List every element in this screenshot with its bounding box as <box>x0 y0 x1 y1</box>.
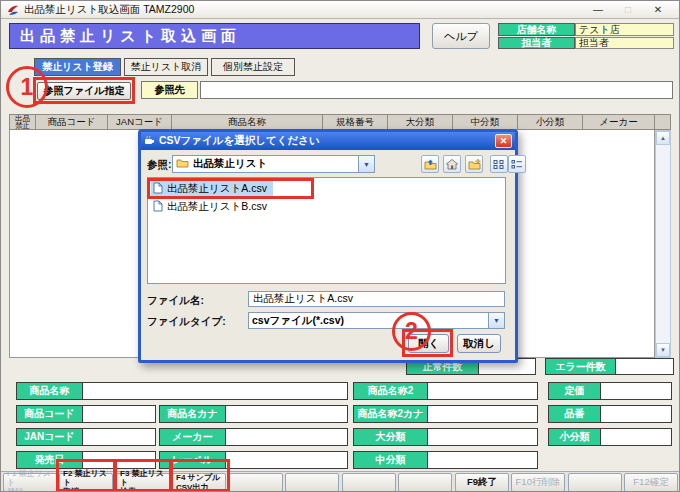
item-number-input[interactable] <box>601 406 671 422</box>
category-small-input[interactable] <box>601 429 671 445</box>
file-name-input[interactable]: 出品禁止リストA.csv <box>248 291 505 307</box>
product-name2-kana-input[interactable] <box>428 406 537 422</box>
scroll-down-icon[interactable]: ▼ <box>656 343 670 357</box>
help-button[interactable]: ヘルプ <box>432 23 490 49</box>
product-name-input[interactable] <box>83 383 347 399</box>
dialog-title: CSVファイルを選択してください <box>159 134 320 148</box>
window-title: 出品禁止リスト取込画面 TAMZ2900 <box>24 3 194 17</box>
file-type-value: csvファイル(*.csv) <box>252 314 344 328</box>
maker-input[interactable] <box>226 429 347 445</box>
price-input[interactable] <box>601 383 671 399</box>
f12-confirm-button: F12確定 <box>624 473 678 492</box>
dialog-close-icon[interactable]: ✕ <box>495 134 512 148</box>
annotation-file-a-rect <box>147 178 314 199</box>
table-scrollbar[interactable]: ▲ ▼ <box>655 130 671 358</box>
f10-delete-row-button: F10行削除 <box>511 473 565 492</box>
file-type-combobox[interactable]: csvファイル(*.csv) ▼ <box>248 312 505 329</box>
annotation-f3-rect <box>113 459 173 492</box>
product-name-group: 商品名称 <box>16 382 348 400</box>
f9-exit-button[interactable]: F9終了 <box>455 473 509 492</box>
details-view-icon[interactable] <box>508 155 526 173</box>
price-label: 定価 <box>549 383 601 399</box>
product-name2-input[interactable] <box>428 383 537 399</box>
maker-group: メーカー <box>159 428 348 446</box>
product-code-group: 商品コード <box>16 405 156 423</box>
reference-path-label: 参照先 <box>141 81 198 99</box>
file-item-csv-b[interactable]: 出品禁止リストB.csv <box>151 198 273 216</box>
item-number-group: 品番 <box>548 405 672 423</box>
category-small-label: 小分類 <box>549 429 601 445</box>
dialog-titlebar: CSVファイルを選択してください ✕ <box>141 132 515 150</box>
window-controls: — □ ✕ <box>591 4 673 15</box>
product-kana-label: 商品名カナ <box>160 406 226 422</box>
fkey-empty-button <box>342 473 396 492</box>
product-name2-kana-label: 商品名称2カナ <box>354 406 428 422</box>
folder-icon <box>176 158 189 170</box>
item-number-label: 品番 <box>549 406 601 422</box>
file-type-label: ファイルタイプ: <box>147 315 226 329</box>
app-window: 出品禁止リスト取込画面 TAMZ2900 — □ ✕ 出品禁止リスト取込画面 ヘ… <box>0 0 680 492</box>
reference-path-input[interactable] <box>200 81 673 99</box>
chevron-down-icon[interactable]: ▼ <box>488 313 504 328</box>
category-middle-label: 中分類 <box>354 452 428 468</box>
annotation-f4-rect <box>169 459 230 492</box>
page-title: 出品禁止リスト取込画面 <box>9 23 420 49</box>
new-folder-icon[interactable] <box>465 155 483 173</box>
file-icon <box>153 200 163 214</box>
category-middle-input[interactable] <box>428 452 537 468</box>
store-name-value: テスト店 <box>575 23 674 36</box>
fkey-empty-button <box>285 473 339 492</box>
store-name-label: 店舗名称 <box>498 23 575 36</box>
tab-individual-prohibit-setting[interactable]: 個別禁止設定 <box>211 58 295 76</box>
maker-label: メーカー <box>160 429 226 445</box>
minimize-icon[interactable]: — <box>591 4 605 15</box>
col-spacer <box>655 114 671 130</box>
product-name-label: 商品名称 <box>17 383 83 399</box>
category-large-input[interactable] <box>428 429 537 445</box>
price-group: 定価 <box>548 382 672 400</box>
product-name2-label: 商品名称2 <box>354 383 428 399</box>
record-label-input[interactable] <box>226 452 347 468</box>
col-listing-prohibited: 出品 禁止 <box>9 114 36 130</box>
col-product-name: 商品名称 <box>172 114 323 130</box>
product-code-input[interactable] <box>83 406 155 422</box>
list-view-icon[interactable] <box>490 155 508 173</box>
annotation-step2-circle: 2 <box>392 312 431 351</box>
category-large-group: 大分類 <box>353 428 538 446</box>
f1-register-button: F1 禁止リスト登録 <box>3 473 57 492</box>
csv-file-dialog: CSVファイルを選択してください ✕ 参照: 出品禁止リスト ▼ <box>138 129 518 363</box>
annotation-step1-circle: 1 <box>6 66 48 108</box>
product-kana-group: 商品名カナ <box>159 405 348 423</box>
scroll-up-icon[interactable]: ▲ <box>656 131 670 145</box>
file-name-label: ファイル名: <box>147 294 204 308</box>
window-titlebar: 出品禁止リスト取込画面 TAMZ2900 — □ ✕ <box>1 1 679 19</box>
product-kana-input[interactable] <box>226 406 347 422</box>
category-middle-group: 中分類 <box>353 451 538 469</box>
jan-code-input[interactable] <box>83 429 155 445</box>
jan-code-label: JANコード <box>17 429 83 445</box>
col-spec-number: 規格番号 <box>323 114 388 130</box>
col-category-large: 大分類 <box>388 114 453 130</box>
tab-prohibit-list-register[interactable]: 禁止リスト登録 <box>34 58 121 76</box>
maximize-icon: □ <box>621 4 635 15</box>
error-count-group: エラー件数 <box>545 358 674 375</box>
java-icon <box>144 135 155 148</box>
category-large-label: 大分類 <box>354 429 428 445</box>
table-header: 出品 禁止 商品コード JANコード 商品名称 規格番号 大分類 中分類 小分類… <box>9 114 671 130</box>
col-jan-code: JANコード <box>108 114 172 130</box>
category-small-group: 小分類 <box>548 428 672 446</box>
up-folder-icon[interactable] <box>421 155 439 173</box>
chevron-down-icon[interactable]: ▼ <box>358 156 374 172</box>
home-icon[interactable] <box>443 155 461 173</box>
col-category-small: 小分類 <box>518 114 583 130</box>
tab-prohibit-list-cancel[interactable]: 禁止リスト取消 <box>124 58 208 76</box>
app-icon <box>7 4 19 16</box>
col-maker: メーカー <box>583 114 655 130</box>
error-count-label: エラー件数 <box>546 359 616 374</box>
look-in-label: 参照: <box>147 158 172 172</box>
cancel-button[interactable]: 取消し <box>457 334 501 353</box>
look-in-combobox[interactable]: 出品禁止リスト ▼ <box>172 155 375 173</box>
staff-label: 担当者 <box>498 37 575 49</box>
product-name2-kana-group: 商品名称2カナ <box>353 405 538 423</box>
close-icon[interactable]: ✕ <box>651 4 665 15</box>
